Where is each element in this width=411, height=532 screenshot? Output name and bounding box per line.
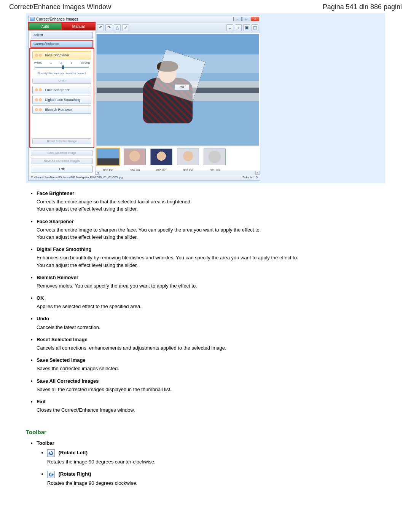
bullet-save-all: Save All Corrected Images Saves all the … [37, 378, 385, 393]
bullet-blemish-remover: Blemish Remover Removes moles. You can s… [37, 274, 385, 289]
bullet-rotate-right: (Rotate Right) Rotates the image 90 degr… [47, 471, 385, 487]
bullet-title: Save All Corrected Images [37, 378, 385, 385]
screenshot-figure: Correct/Enhance Images – □ ✕ Auto Manual… [26, 13, 385, 183]
tool-label: Blemish Remover [45, 108, 72, 112]
bullet-face-brightener: Face Brightener Corrects the entire imag… [37, 190, 385, 213]
bullet-title: Exit [37, 398, 385, 405]
subtab-correct-enhance[interactable]: Correct/Enhance [31, 41, 93, 47]
bullet-title: Undo [37, 315, 385, 322]
thumbnail[interactable]: 003.jpg [97, 149, 119, 172]
scroll-right-icon[interactable]: ► [255, 171, 260, 175]
ok-button[interactable]: OK [174, 84, 190, 90]
bullet-text: Saves all the corrected images displayed… [37, 386, 385, 393]
bullet-title: Toolbar [37, 440, 385, 447]
thumbnail[interactable]: 001.jpg [204, 149, 226, 172]
trim-icon[interactable]: ⤢ [122, 24, 129, 31]
thumbnail[interactable]: 002.jpg [177, 149, 199, 172]
status-path: C:\Users\UserName\Pictures\MP Navigator … [31, 176, 123, 180]
minimize-button[interactable]: – [233, 17, 242, 21]
tab-auto[interactable]: Auto [29, 22, 62, 30]
save-selected-image-button[interactable]: Save Selected Image [31, 150, 93, 156]
toolbar-item-label: (Rotate Left) [59, 450, 88, 455]
face-icon [34, 107, 43, 112]
image-preview[interactable]: OK [96, 34, 259, 146]
left-panel: Auto Manual Adjust Correct/Enhance Face … [29, 22, 96, 175]
tool-label: Face Sharpener [45, 88, 70, 92]
bullet-title: Blemish Remover [37, 274, 385, 281]
compare-icon[interactable]: ◫ [252, 24, 258, 31]
face-icon [34, 97, 43, 102]
face-icon [34, 87, 43, 93]
slider-tick-2: 2 [61, 61, 62, 64]
face-icon [34, 53, 43, 58]
bullet-title: Digital Face Smoothing [37, 246, 385, 253]
tool-label: Digital Face Smoothing [45, 98, 80, 102]
maximize-button[interactable]: □ [242, 17, 250, 21]
toolbar-item-label: (Rotate Right) [59, 471, 91, 477]
bullet-title: Save Selected Image [37, 357, 385, 364]
face-sharpener-button[interactable]: Face Sharpener [32, 86, 91, 94]
bullet-title: Reset Selected Image [37, 336, 385, 343]
bullet-text: Corrects the entire image so that the se… [37, 198, 385, 205]
bullet-text: You can adjust the effect level using th… [37, 206, 385, 212]
toolbar-item-desc: Rotates the image 90 degrees clockwise. [47, 480, 385, 487]
bullet-save-selected: Save Selected Image Saves the corrected … [37, 357, 385, 372]
exit-button[interactable]: Exit [31, 166, 93, 173]
bullet-title: Face Sharpener [37, 218, 385, 225]
status-selected-count: Selected: 5 [242, 176, 258, 180]
bullet-text: You can adjust the effect level using th… [37, 234, 385, 241]
page-title: Correct/Enhance Images Window [9, 3, 111, 11]
rotate-right-icon[interactable]: ↷ [105, 24, 112, 31]
image-toolbar: ↶ ↷ △ ⤢ – + ▣ ◫ [96, 22, 260, 33]
digital-face-smoothing-button[interactable]: Digital Face Smoothing [32, 96, 91, 104]
bullet-face-sharpener: Face Sharpener Corrects the entire image… [37, 218, 385, 241]
effect-slider[interactable] [35, 67, 89, 68]
save-all-corrected-images-button[interactable]: Save All Corrected Images [31, 158, 93, 164]
effect-slider-labels: Weak 1 2 3 Strong [32, 61, 91, 64]
mode-tabs: Auto Manual [29, 22, 95, 30]
section-heading-toolbar: Toolbar [26, 429, 385, 435]
face-brightener-button[interactable]: Face Brightener [32, 51, 91, 59]
window-title: Correct/Enhance Images [36, 17, 78, 21]
horizontal-scrollbar[interactable]: ◄ ► [96, 171, 260, 175]
undo-button-panel[interactable]: Undo [32, 78, 91, 84]
bullet-text: Applies the selected effect to the speci… [37, 303, 385, 310]
zoom-in-icon[interactable]: + [235, 24, 242, 31]
bullet-ok: OK Applies the selected effect to the sp… [37, 295, 385, 310]
zoom-out-icon[interactable]: – [226, 24, 233, 31]
bullet-text: Enhances skin beautifully by removing bl… [37, 254, 385, 261]
rotate-left-icon [47, 449, 55, 457]
thumbnail[interactable]: 004.jpg [124, 149, 146, 172]
right-panel: ↶ ↷ △ ⤢ – + ▣ ◫ OK [96, 22, 260, 175]
slider-weak-label: Weak [34, 61, 41, 64]
rotate-right-icon [47, 471, 55, 478]
hint-text: Specify the area you want to correct [32, 71, 91, 76]
rotate-left-icon[interactable]: ↶ [97, 24, 104, 31]
slider-tick-1: 1 [50, 61, 52, 64]
bullet-text: Closes the Correct/Enhance Images window… [37, 407, 385, 414]
status-bar: C:\Users\UserName\Pictures\MP Navigator … [29, 175, 260, 181]
bullet-rotate-left: (Rotate Left) Rotates the image 90 degre… [47, 449, 385, 465]
invert-icon[interactable]: △ [114, 24, 121, 31]
scroll-left-icon[interactable]: ◄ [96, 171, 100, 175]
fit-window-icon[interactable]: ▣ [243, 24, 250, 31]
subtab-adjust[interactable]: Adjust [31, 32, 93, 38]
page-number: Pagina 541 din 886 pagini [323, 3, 402, 11]
title-bar: Correct/Enhance Images – □ ✕ [29, 16, 260, 22]
reset-selected-image-button[interactable]: Reset Selected Image [32, 138, 91, 144]
tab-manual[interactable]: Manual [62, 22, 96, 30]
toolbar-item-desc: Rotates the image 90 degrees counter-clo… [47, 459, 385, 465]
thumbnail-strip: 003.jpg 004.jpg 005.jpg 002.jpg [96, 147, 260, 175]
bullet-reset: Reset Selected Image Cancels all correct… [37, 336, 385, 351]
bullet-exit: Exit Closes the Correct/Enhance Images w… [37, 398, 385, 414]
app-icon [30, 17, 35, 21]
bullet-digital-face-smoothing: Digital Face Smoothing Enhances skin bea… [37, 246, 385, 269]
bullet-undo: Undo Cancels the latest correction. [37, 315, 385, 331]
blemish-remover-button[interactable]: Blemish Remover [32, 105, 91, 114]
slider-strong-label: Strong [81, 61, 90, 64]
thumbnail[interactable]: 005.jpg [150, 149, 172, 172]
bullet-toolbar-group: Toolbar (Rotate Left) Rotates the image … [37, 440, 385, 487]
close-button[interactable]: ✕ [251, 17, 259, 21]
bullet-text: Cancels all corrections, enhancements an… [37, 345, 385, 351]
slider-tick-3: 3 [71, 61, 72, 64]
